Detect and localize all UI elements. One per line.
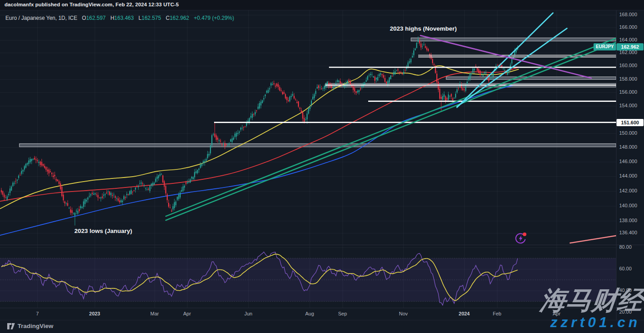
price-tick-label: 160.000 xyxy=(619,63,637,68)
price-tick-label: 164.000 xyxy=(619,37,637,42)
price-tick-label: 158.000 xyxy=(619,76,637,82)
time-tick-label: 2023 xyxy=(89,311,100,316)
time-tick-label: Jun xyxy=(244,311,252,316)
price-tick-label: 144.000 xyxy=(619,173,637,178)
price-tick-label: 156.000 xyxy=(619,89,637,95)
time-tick-label: Mar xyxy=(151,311,159,316)
time-tick-label: Feb xyxy=(493,311,502,316)
price-tick-label: 168.000 xyxy=(619,12,637,17)
price-tick-label: 148.000 xyxy=(619,144,637,150)
time-tick-label: Nov xyxy=(399,311,408,316)
time-tick-label: Apr xyxy=(183,311,191,316)
tradingview-mark-icon xyxy=(7,323,15,329)
chart-canvas[interactable] xyxy=(0,0,644,333)
price-tick-label: 142.000 xyxy=(619,188,637,193)
time-tick-label: Sep xyxy=(338,311,347,316)
price-tick-label: 138.000 xyxy=(619,218,637,223)
watermark-url: zzrt01.cn xyxy=(550,315,640,329)
symbol-price-flag: EURJPY xyxy=(594,43,616,50)
ohlc-high: H163.463 xyxy=(110,15,134,21)
rsi-tick-label: 60.00 xyxy=(619,266,632,271)
change-value: +0.479 (+0.29%) xyxy=(194,15,234,21)
time-tick-label: Aug xyxy=(305,311,314,316)
time-tick-label: 2024 xyxy=(459,311,470,316)
annotation-2023-lows: 2023 lows (January) xyxy=(74,228,132,234)
tradingview-chart-window: { "attribution": {"text": "dacolmanfx pu… xyxy=(0,0,644,333)
price-tick-label: 136.400 xyxy=(619,230,637,235)
price-tick-label: 150.000 xyxy=(619,130,637,136)
price-tick-label: 140.000 xyxy=(619,203,637,208)
watermark-cn: 海马财经 xyxy=(539,287,644,313)
notification-dot xyxy=(523,233,526,236)
tradingview-logo-text: TradingView xyxy=(18,323,53,329)
ohlc-close: C162.962 xyxy=(166,15,189,21)
ohlc-open: O162.597 xyxy=(82,15,106,21)
flash-notification-icon[interactable] xyxy=(514,232,530,248)
annotation-2023-highs: 2023 highs (November) xyxy=(390,25,457,32)
tradingview-logo[interactable]: TradingView xyxy=(7,323,53,329)
price-tick-label: 162.000 xyxy=(619,50,637,55)
symbol-title: Euro / Japanese Yen, 1D, ICE xyxy=(5,15,77,21)
lightning-bolt-icon xyxy=(519,235,523,242)
price-tick-label: 154.000 xyxy=(619,103,637,108)
ohlc-low: L162.575 xyxy=(138,15,161,21)
price-tick-label: 166.000 xyxy=(619,24,637,30)
level-price-chip: 151.600 xyxy=(617,119,644,126)
symbol-legend[interactable]: Euro / Japanese Yen, 1D, ICE O162.597 H1… xyxy=(5,15,234,21)
time-tick-label: 7 xyxy=(36,311,39,316)
rsi-tick-label: 80.00 xyxy=(619,244,632,250)
price-tick-label: 146.000 xyxy=(619,159,637,164)
last-price-chip: 162.962 xyxy=(617,43,644,50)
